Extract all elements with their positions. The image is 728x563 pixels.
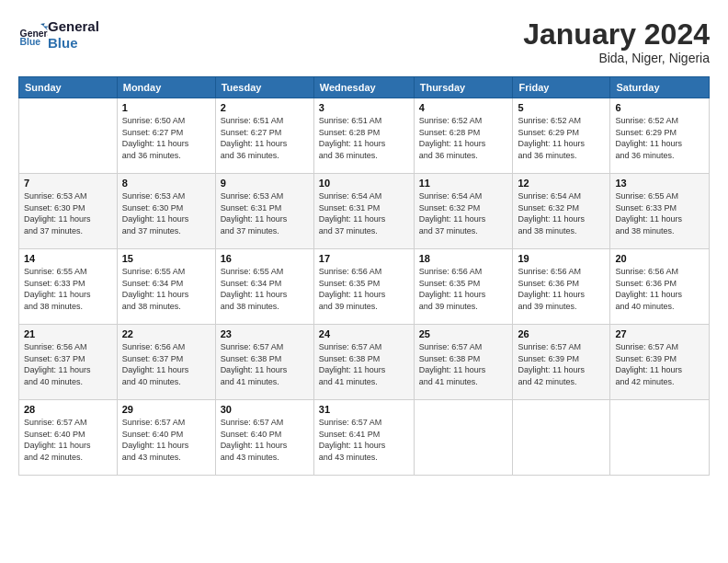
- day-info: Sunrise: 6:56 AMSunset: 6:35 PMDaylight:…: [419, 266, 508, 312]
- calendar-cell: 1Sunrise: 6:50 AMSunset: 6:27 PMDaylight…: [117, 98, 215, 174]
- calendar-cell: 30Sunrise: 6:57 AMSunset: 6:40 PMDayligh…: [215, 400, 313, 476]
- day-number: 1: [122, 102, 210, 113]
- calendar-cell: 24Sunrise: 6:57 AMSunset: 6:38 PMDayligh…: [313, 325, 414, 400]
- page: General Blue General Blue January 2024 B…: [0, 0, 728, 563]
- calendar-cell: [19, 98, 118, 174]
- day-number: 15: [122, 253, 210, 264]
- calendar-cell: 8Sunrise: 6:53 AMSunset: 6:30 PMDaylight…: [117, 174, 215, 249]
- day-number: 31: [319, 404, 409, 415]
- day-info: Sunrise: 6:57 AMSunset: 6:40 PMDaylight:…: [122, 417, 210, 463]
- header: General Blue General Blue January 2024 B…: [18, 18, 710, 65]
- calendar-cell: 15Sunrise: 6:55 AMSunset: 6:34 PMDayligh…: [117, 249, 215, 325]
- day-number: 14: [24, 253, 112, 264]
- day-number: 27: [615, 328, 704, 339]
- week-row-2: 14Sunrise: 6:55 AMSunset: 6:33 PMDayligh…: [19, 249, 710, 325]
- day-number: 28: [24, 404, 112, 415]
- calendar-cell: 22Sunrise: 6:56 AMSunset: 6:37 PMDayligh…: [117, 325, 215, 400]
- day-info: Sunrise: 6:55 AMSunset: 6:34 PMDaylight:…: [221, 266, 309, 312]
- svg-text:Blue: Blue: [20, 37, 41, 47]
- day-number: 17: [319, 253, 409, 264]
- day-info: Sunrise: 6:56 AMSunset: 6:35 PMDaylight:…: [319, 266, 409, 312]
- day-info: Sunrise: 6:52 AMSunset: 6:29 PMDaylight:…: [615, 115, 704, 161]
- day-number: 3: [319, 102, 409, 113]
- calendar-cell: 18Sunrise: 6:56 AMSunset: 6:35 PMDayligh…: [414, 249, 513, 325]
- calendar-cell: 2Sunrise: 6:51 AMSunset: 6:27 PMDaylight…: [215, 98, 313, 174]
- day-number: 21: [24, 328, 112, 339]
- day-info: Sunrise: 6:57 AMSunset: 6:38 PMDaylight:…: [419, 341, 508, 387]
- calendar-table: SundayMondayTuesdayWednesdayThursdayFrid…: [18, 76, 710, 476]
- day-info: Sunrise: 6:56 AMSunset: 6:37 PMDaylight:…: [122, 341, 210, 387]
- day-number: 12: [518, 178, 605, 189]
- calendar-cell: 6Sunrise: 6:52 AMSunset: 6:29 PMDaylight…: [610, 98, 710, 174]
- day-number: 20: [615, 253, 704, 264]
- day-number: 6: [615, 102, 704, 113]
- day-header-thursday: Thursday: [414, 77, 513, 98]
- calendar-cell: 27Sunrise: 6:57 AMSunset: 6:39 PMDayligh…: [610, 325, 710, 400]
- day-info: Sunrise: 6:57 AMSunset: 6:40 PMDaylight:…: [24, 417, 112, 463]
- day-info: Sunrise: 6:52 AMSunset: 6:29 PMDaylight:…: [518, 115, 605, 161]
- day-number: 11: [419, 178, 508, 189]
- day-number: 23: [221, 328, 309, 339]
- day-info: Sunrise: 6:50 AMSunset: 6:27 PMDaylight:…: [122, 115, 210, 161]
- day-number: 7: [24, 178, 112, 189]
- calendar-cell: 13Sunrise: 6:55 AMSunset: 6:33 PMDayligh…: [610, 174, 710, 249]
- calendar-cell: [414, 400, 513, 476]
- day-header-sunday: Sunday: [19, 77, 118, 98]
- day-info: Sunrise: 6:56 AMSunset: 6:36 PMDaylight:…: [518, 266, 605, 312]
- day-number: 22: [122, 328, 210, 339]
- day-info: Sunrise: 6:55 AMSunset: 6:33 PMDaylight:…: [615, 190, 704, 236]
- day-number: 4: [419, 102, 508, 113]
- week-row-1: 7Sunrise: 6:53 AMSunset: 6:30 PMDaylight…: [19, 174, 710, 249]
- calendar-cell: 5Sunrise: 6:52 AMSunset: 6:29 PMDaylight…: [513, 98, 610, 174]
- day-number: 10: [319, 178, 409, 189]
- day-info: Sunrise: 6:54 AMSunset: 6:32 PMDaylight:…: [518, 190, 605, 236]
- calendar-cell: [610, 400, 710, 476]
- day-number: 29: [122, 404, 210, 415]
- calendar-cell: 12Sunrise: 6:54 AMSunset: 6:32 PMDayligh…: [513, 174, 610, 249]
- day-info: Sunrise: 6:56 AMSunset: 6:36 PMDaylight:…: [615, 266, 704, 312]
- day-header-saturday: Saturday: [610, 77, 710, 98]
- calendar-cell: 23Sunrise: 6:57 AMSunset: 6:38 PMDayligh…: [215, 325, 313, 400]
- day-info: Sunrise: 6:57 AMSunset: 6:39 PMDaylight:…: [518, 341, 605, 387]
- week-row-3: 21Sunrise: 6:56 AMSunset: 6:37 PMDayligh…: [19, 325, 710, 400]
- day-number: 5: [518, 102, 605, 113]
- day-info: Sunrise: 6:54 AMSunset: 6:32 PMDaylight:…: [419, 190, 508, 236]
- calendar-cell: 25Sunrise: 6:57 AMSunset: 6:38 PMDayligh…: [414, 325, 513, 400]
- day-header-wednesday: Wednesday: [313, 77, 414, 98]
- day-info: Sunrise: 6:55 AMSunset: 6:33 PMDaylight:…: [24, 266, 112, 312]
- calendar-cell: 14Sunrise: 6:55 AMSunset: 6:33 PMDayligh…: [19, 249, 118, 325]
- location: Bida, Niger, Nigeria: [523, 51, 710, 65]
- day-info: Sunrise: 6:57 AMSunset: 6:41 PMDaylight:…: [319, 417, 409, 463]
- calendar-cell: 19Sunrise: 6:56 AMSunset: 6:36 PMDayligh…: [513, 249, 610, 325]
- day-number: 30: [221, 404, 309, 415]
- calendar-cell: 21Sunrise: 6:56 AMSunset: 6:37 PMDayligh…: [19, 325, 118, 400]
- day-number: 2: [221, 102, 309, 113]
- day-header-tuesday: Tuesday: [215, 77, 313, 98]
- calendar-cell: 3Sunrise: 6:51 AMSunset: 6:28 PMDaylight…: [313, 98, 414, 174]
- day-number: 8: [122, 178, 210, 189]
- logo: General Blue General Blue: [18, 18, 99, 52]
- day-number: 19: [518, 253, 605, 264]
- day-info: Sunrise: 6:52 AMSunset: 6:28 PMDaylight:…: [419, 115, 508, 161]
- day-number: 18: [419, 253, 508, 264]
- week-row-0: 1Sunrise: 6:50 AMSunset: 6:27 PMDaylight…: [19, 98, 710, 174]
- day-info: Sunrise: 6:54 AMSunset: 6:31 PMDaylight:…: [319, 190, 409, 236]
- month-title: January 2024: [523, 18, 710, 51]
- day-info: Sunrise: 6:53 AMSunset: 6:31 PMDaylight:…: [221, 190, 309, 236]
- day-header-monday: Monday: [117, 77, 215, 98]
- calendar-cell: 29Sunrise: 6:57 AMSunset: 6:40 PMDayligh…: [117, 400, 215, 476]
- day-info: Sunrise: 6:57 AMSunset: 6:40 PMDaylight:…: [221, 417, 309, 463]
- day-info: Sunrise: 6:57 AMSunset: 6:38 PMDaylight:…: [319, 341, 409, 387]
- calendar-cell: 17Sunrise: 6:56 AMSunset: 6:35 PMDayligh…: [313, 249, 414, 325]
- calendar-cell: 11Sunrise: 6:54 AMSunset: 6:32 PMDayligh…: [414, 174, 513, 249]
- day-info: Sunrise: 6:51 AMSunset: 6:28 PMDaylight:…: [319, 115, 409, 161]
- title-block: January 2024 Bida, Niger, Nigeria: [523, 18, 710, 65]
- calendar-cell: [513, 400, 610, 476]
- calendar-body: 1Sunrise: 6:50 AMSunset: 6:27 PMDaylight…: [19, 98, 710, 476]
- calendar-cell: 4Sunrise: 6:52 AMSunset: 6:28 PMDaylight…: [414, 98, 513, 174]
- calendar-cell: 9Sunrise: 6:53 AMSunset: 6:31 PMDaylight…: [215, 174, 313, 249]
- calendar-cell: 16Sunrise: 6:55 AMSunset: 6:34 PMDayligh…: [215, 249, 313, 325]
- day-header-friday: Friday: [513, 77, 610, 98]
- calendar-cell: 10Sunrise: 6:54 AMSunset: 6:31 PMDayligh…: [313, 174, 414, 249]
- calendar-cell: 31Sunrise: 6:57 AMSunset: 6:41 PMDayligh…: [313, 400, 414, 476]
